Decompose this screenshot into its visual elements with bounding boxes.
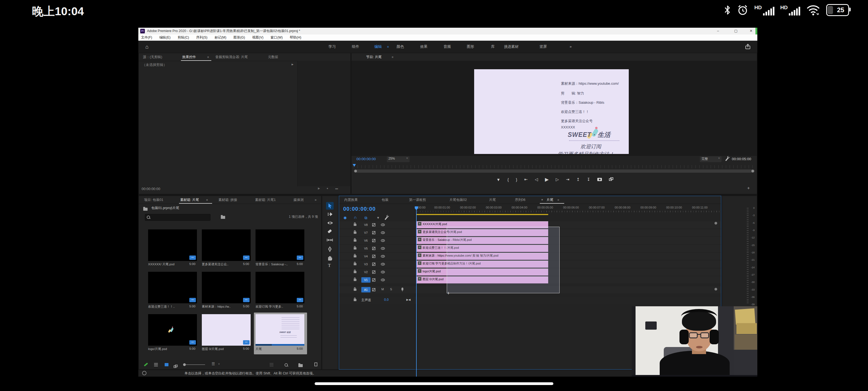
project-item-name[interactable]: 背景音乐：Saiakoup -.. (255, 262, 288, 267)
tab-ending[interactable]: 片尾 (489, 196, 496, 204)
search-bin-icon[interactable] (221, 216, 225, 219)
share-icon[interactable] (745, 44, 751, 50)
workspace-tab-libraries[interactable]: 库 (491, 41, 495, 53)
sync-lock-icon[interactable] (372, 223, 375, 226)
play-icon[interactable]: ▶ (318, 187, 320, 190)
hand-tool-icon[interactable] (327, 255, 333, 261)
step-forward-icon[interactable]: ▷ (556, 177, 559, 182)
toggle-output-eye-icon[interactable] (381, 279, 385, 281)
scrollbar-left-knob[interactable] (354, 170, 357, 172)
toggle-output-eye-icon[interactable] (381, 271, 385, 273)
find-icon[interactable] (284, 363, 288, 367)
work-area-bar[interactable] (416, 214, 548, 215)
bin-up-icon[interactable] (143, 208, 148, 211)
track-name-targeted[interactable]: V1 (361, 277, 371, 283)
step-back-icon[interactable]: ◁ (535, 177, 538, 182)
project-item-name[interactable]: logo/片尾.psd (148, 347, 167, 351)
extract-icon[interactable]: ↧ (587, 177, 590, 182)
pen-tool-icon[interactable] (328, 247, 332, 252)
restore-button[interactable]: ▢ (731, 28, 741, 34)
tab-overflow-icon[interactable]: » (315, 196, 316, 204)
menu-window[interactable]: 窗口(W) (271, 35, 283, 40)
tab-ending-active[interactable]: 片尾 (547, 196, 553, 204)
tab-audio-clip-mixer[interactable]: 音频剪辑混合器: 片尾 (215, 53, 248, 61)
thumbnail-zoom-slider[interactable] (186, 364, 205, 365)
tab-effect-controls[interactable]: 效果控件 (182, 53, 196, 61)
close-button[interactable]: ✕ (746, 28, 756, 34)
zoom-level-dropdown[interactable]: 25%∨ (387, 157, 410, 162)
bin-breadcrumb[interactable]: 包装01.prproj\片尾 (151, 206, 179, 211)
project-item-name[interactable]: 图层 0/片尾.psd (202, 347, 224, 351)
tab-program-monitor[interactable]: 节目: 片尾 (366, 53, 382, 61)
mark-in-icon[interactable]: { (507, 177, 509, 182)
panel-menu-icon[interactable]: ≡ (206, 196, 208, 204)
timeline-settings-wrench-icon[interactable] (384, 216, 388, 220)
sync-lock-icon[interactable] (372, 278, 375, 282)
zoom-fit-icon[interactable]: ▬ (335, 187, 338, 190)
go-to-out-icon[interactable]: ⇥ (566, 177, 569, 182)
add-marker-icon[interactable]: ▼ (496, 177, 500, 182)
program-playhead[interactable] (352, 164, 356, 167)
panel-menu-icon[interactable]: ≡ (557, 196, 559, 204)
timeline-timecode[interactable]: 00:00:00:00 (343, 206, 376, 212)
track-name[interactable]: V6 (361, 238, 371, 243)
track-name[interactable]: V2 (361, 269, 371, 275)
workspace-tab-assembly[interactable]: 组件 (352, 41, 359, 53)
toggle-output-eye-icon[interactable] (381, 247, 385, 250)
workspace-tab-vertical[interactable]: 竖屏 (539, 41, 547, 53)
sync-lock-icon[interactable] (372, 288, 375, 291)
tab-lesson1-cut[interactable]: 第一课粗剪 (409, 196, 426, 204)
menu-help[interactable]: 帮助(H) (290, 35, 301, 40)
track-name[interactable]: V3 (361, 261, 371, 267)
program-scrollbar[interactable] (354, 169, 755, 173)
tab-media-browser[interactable]: 媒体浏 (293, 196, 304, 204)
mute-button[interactable]: M (381, 287, 384, 291)
go-to-in-icon[interactable]: ⇤ (524, 177, 528, 182)
track-name[interactable]: V8 (361, 222, 371, 227)
chevron-down-icon[interactable]: ∨ (218, 362, 220, 365)
list-view-icon[interactable] (154, 363, 158, 366)
project-item-name[interactable]: 更多菜谱关注公众.. (202, 262, 228, 267)
project-search-input[interactable] (152, 215, 209, 220)
workspace-tab-menu-icon[interactable]: ≡ (387, 41, 389, 53)
bowtie-icon[interactable]: ▶◀ (406, 298, 410, 301)
loop-icon[interactable]: ● (327, 187, 328, 190)
track-lock-icon[interactable] (354, 224, 356, 226)
play-button-icon[interactable]: ▶ (545, 176, 549, 183)
menu-clip[interactable]: 剪辑(C) (178, 35, 189, 40)
freeform-view-icon[interactable] (174, 365, 176, 368)
track-lock-icon[interactable] (354, 232, 356, 234)
minimize-button[interactable]: – (713, 28, 723, 34)
tab-project[interactable]: 项目: 包装01 (144, 196, 163, 204)
tab-built-in-effects[interactable]: 内置效果 (344, 196, 358, 204)
expand-arrow-icon[interactable]: ▶ (291, 63, 293, 66)
master-level-value[interactable]: 0.0 (384, 298, 389, 302)
workspace-tab-graphics[interactable]: 图形 (467, 41, 474, 53)
tab-baozhuang[interactable]: 包装 (382, 196, 389, 204)
menu-graphics[interactable]: 图形(G) (233, 35, 245, 40)
project-item-name[interactable]: 欢迎订阅 学习更多.. (255, 305, 283, 309)
mark-out-icon[interactable]: } (516, 177, 517, 182)
project-item-thumb-selected[interactable]: SWEET·生活 (255, 314, 304, 346)
snap-magnet-icon[interactable]: ∩ (354, 215, 357, 220)
solo-button[interactable]: S (390, 287, 392, 291)
playhead-line[interactable] (416, 209, 416, 376)
workspace-tab-select-footage[interactable]: 挑选素材 (504, 41, 519, 53)
playback-resolution-dropdown[interactable]: 完整∨ (700, 157, 721, 162)
sync-lock-icon[interactable] (372, 247, 375, 250)
toggle-output-eye-icon[interactable] (381, 231, 385, 234)
comparison-view-icon[interactable] (609, 178, 612, 181)
track-name[interactable]: V4 (361, 254, 371, 259)
sync-lock-icon[interactable] (372, 231, 375, 234)
export-frame-icon[interactable] (597, 178, 602, 181)
project-item-thumb[interactable]: ⋯ (202, 272, 251, 303)
v-scroll-knob[interactable] (714, 288, 717, 290)
project-search-box[interactable] (145, 214, 211, 221)
project-item-thumb[interactable]: ⋯ (148, 314, 197, 346)
voiceover-mic-icon[interactable] (401, 287, 403, 290)
automate-to-sequence-icon[interactable] (270, 363, 273, 366)
icon-view-icon[interactable] (165, 363, 168, 366)
tab-bin-pinjie[interactable]: 素材箱: 拼接 (218, 196, 237, 204)
workspace-tab-color[interactable]: 颜色 (397, 41, 404, 53)
track-lock-icon[interactable] (354, 240, 356, 242)
